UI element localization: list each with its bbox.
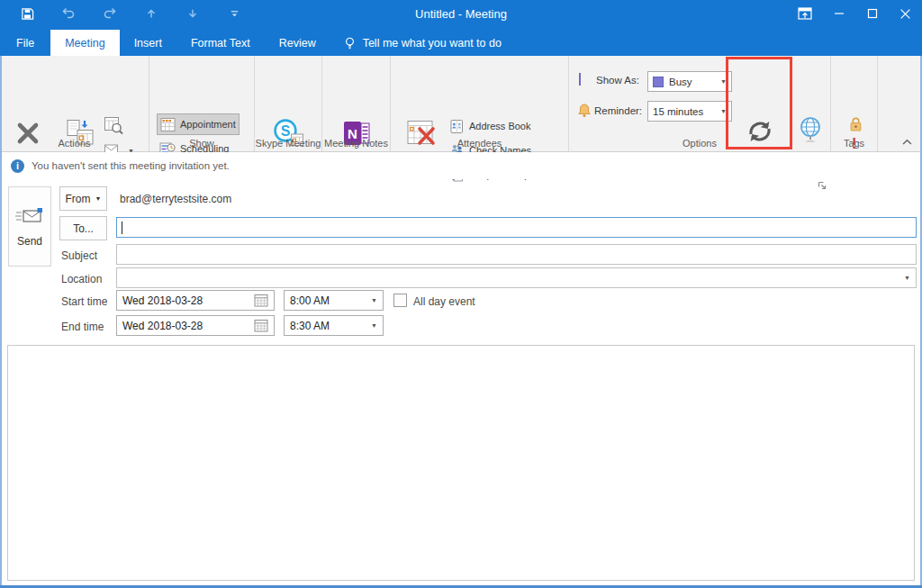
end-time-caret-icon	[371, 322, 377, 329]
start-time-caret-icon	[371, 297, 377, 303]
tell-me-box[interactable]: Tell me what you want to do	[343, 36, 502, 56]
to-input[interactable]	[116, 217, 917, 238]
tab-review[interactable]: Review	[265, 30, 330, 56]
tab-insert[interactable]: Insert	[120, 30, 176, 56]
send-icon	[14, 206, 45, 227]
ribbon-tab-row: File Meeting Insert Format Text Review T…	[0, 27, 922, 56]
tab-format-text[interactable]: Format Text	[176, 30, 265, 56]
all-day-event-label: All day event	[413, 295, 475, 308]
ribbon: Delete Copy to My Calendar Actions	[0, 56, 922, 152]
reminder-label: Reminder:	[594, 105, 642, 116]
tab-meeting[interactable]: Meeting	[50, 30, 119, 56]
undo-icon[interactable]	[61, 6, 76, 21]
skype-group-label: Skype Meeting	[255, 138, 321, 149]
subject-input[interactable]	[116, 244, 917, 265]
info-icon	[11, 159, 24, 173]
end-date-value: Wed 2018-03-28	[122, 320, 203, 332]
close-button[interactable]	[889, 0, 922, 27]
from-value: brad@terrytestsite.com	[120, 193, 231, 205]
save-icon[interactable]	[20, 6, 34, 21]
show-as-caret-icon	[720, 78, 727, 85]
from-button[interactable]: From	[59, 186, 107, 211]
show-as-label: Show As:	[596, 75, 639, 86]
title-bar: Untitled - Meeting	[0, 0, 922, 27]
to-button-label: To...	[73, 222, 94, 235]
ribbon-group-skype: S Skype Meeting Skype Meeting	[255, 56, 322, 151]
end-date-picker[interactable]: Wed 2018-03-28	[116, 315, 275, 336]
ribbon-group-attendees: Cancel Invitation Address Book @ Check N…	[391, 56, 569, 151]
appointment-button[interactable]: Appointment	[157, 113, 240, 135]
tags-group-label: Tags	[831, 138, 877, 149]
quick-access-toolbar	[0, 6, 241, 21]
svg-text:S: S	[281, 123, 291, 139]
ribbon-group-actions: Delete Copy to My Calendar Actions	[0, 56, 149, 151]
maximize-button[interactable]	[855, 0, 889, 27]
address-book-label: Address Book	[469, 121, 530, 131]
lightbulb-icon	[343, 36, 357, 50]
address-book-icon	[449, 119, 465, 134]
busy-status-swatch	[653, 77, 664, 87]
ribbon-group-meeting-notes: N Meeting Notes Meeting Notes	[322, 56, 391, 151]
options-dialog-launcher-icon[interactable]	[818, 125, 827, 135]
lock-icon	[848, 116, 863, 131]
subject-label: Subject	[61, 249, 97, 262]
all-day-event-checkbox[interactable]	[393, 294, 407, 307]
start-date-value: Wed 2018-03-28	[122, 294, 203, 307]
start-time-value: 8:00 AM	[290, 294, 330, 307]
next-item-icon[interactable]	[185, 6, 200, 21]
start-date-calendar-icon	[254, 294, 268, 307]
location-label: Location	[61, 273, 102, 285]
send-label: Send	[17, 235, 42, 248]
location-caret-icon	[904, 275, 910, 281]
redo-icon[interactable]	[103, 6, 117, 21]
from-caret-icon	[95, 195, 102, 202]
tell-me-label: Tell me what you want to do	[363, 37, 502, 50]
meeting-notes-group-label: Meeting Notes	[322, 138, 390, 149]
window-border-left	[0, 56, 2, 588]
address-book-button[interactable]: Address Book	[447, 116, 533, 136]
show-as-dropdown[interactable]: Busy	[647, 71, 732, 92]
appointment-icon	[160, 117, 176, 132]
private-button[interactable]	[845, 113, 866, 133]
start-time-dropdown[interactable]: 8:00 AM	[284, 290, 384, 311]
info-bar: You haven't sent this meeting invitation…	[2, 152, 920, 179]
ribbon-right-spacer	[878, 56, 922, 151]
to-button[interactable]: To...	[59, 216, 107, 240]
show-group-label: Show	[149, 138, 254, 149]
end-time-label: End time	[61, 321, 104, 333]
show-as-icon	[579, 74, 581, 85]
reminder-dropdown[interactable]: 15 minutes	[647, 101, 732, 122]
ribbon-group-show: Appointment Scheduling Show	[149, 56, 255, 151]
start-time-label: Start time	[61, 295, 107, 308]
previous-item-icon[interactable]	[144, 6, 158, 21]
ribbon-display-options-icon[interactable]	[789, 0, 822, 27]
ribbon-group-options: Show As: Busy Reminder: 15 minutes Recur…	[569, 56, 831, 151]
collapse-ribbon-icon[interactable]	[901, 138, 913, 147]
calendar-search-icon	[104, 115, 123, 135]
tab-file[interactable]: File	[0, 30, 50, 56]
send-button[interactable]: Send	[8, 186, 51, 267]
end-time-value: 8:30 AM	[290, 320, 330, 332]
options-group-label: Options	[569, 138, 830, 149]
ribbon-group-tags: Tags	[831, 56, 878, 151]
message-body-editor[interactable]	[7, 345, 915, 581]
appointment-label: Appointment	[180, 119, 236, 130]
reminder-value: 15 minutes	[653, 106, 703, 117]
reminder-caret-icon	[720, 108, 727, 114]
show-as-value: Busy	[669, 77, 692, 87]
from-button-label: From	[66, 193, 91, 205]
start-date-picker[interactable]: Wed 2018-03-28	[116, 290, 275, 311]
view-in-calendar-button[interactable]	[101, 115, 126, 135]
attendees-group-label: Attendees	[391, 138, 568, 149]
customize-qat-icon[interactable]	[227, 6, 241, 21]
end-date-calendar-icon	[254, 319, 268, 332]
end-time-dropdown[interactable]: 8:30 AM	[284, 315, 384, 336]
minimize-button[interactable]	[822, 0, 855, 27]
location-input[interactable]	[116, 267, 917, 288]
info-bar-text: You haven't sent this meeting invitation…	[32, 160, 230, 171]
actions-group-label: Actions	[0, 138, 149, 149]
reminder-bell-icon	[577, 103, 592, 118]
text-cursor	[122, 222, 122, 234]
outlook-meeting-window: Untitled - Meeting File Meeting Insert F…	[0, 0, 922, 588]
